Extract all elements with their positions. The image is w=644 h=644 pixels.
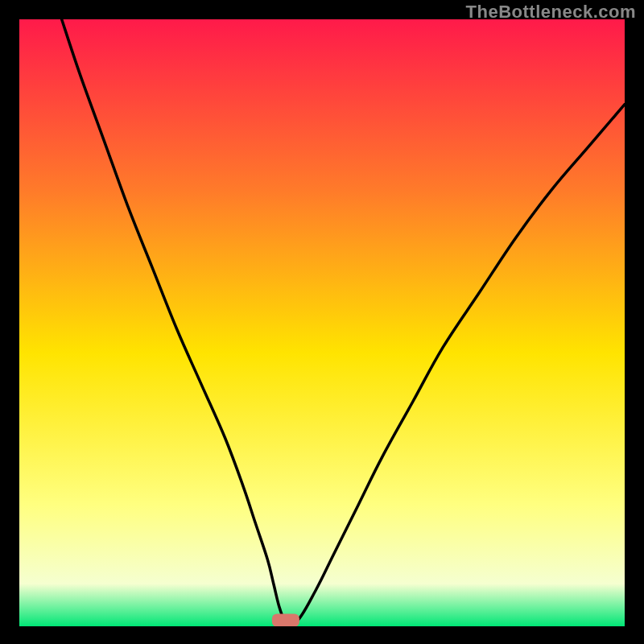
plot-area xyxy=(19,19,625,626)
min-marker xyxy=(272,613,299,626)
watermark-text: TheBottleneck.com xyxy=(466,2,636,23)
chart-svg xyxy=(19,19,625,626)
gradient-background xyxy=(19,19,625,626)
chart-frame: TheBottleneck.com xyxy=(0,0,644,644)
